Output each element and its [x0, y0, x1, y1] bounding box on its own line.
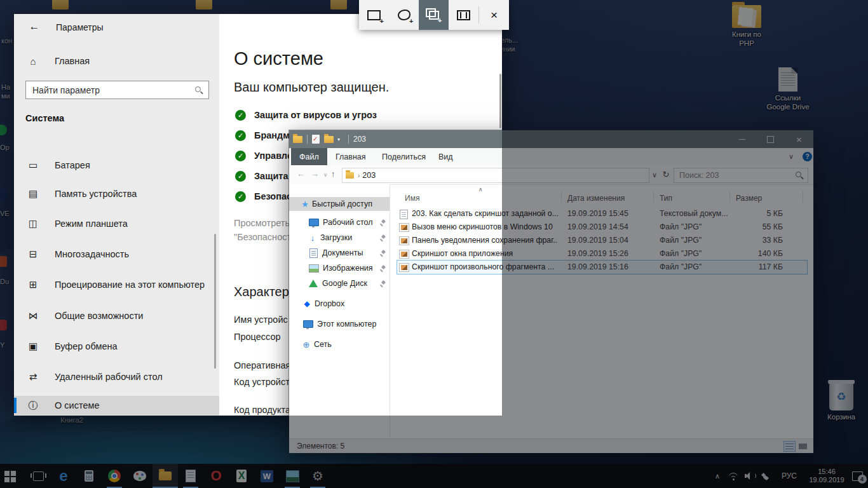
- action-center-button[interactable]: 4: [849, 464, 865, 488]
- nav-quick-access[interactable]: ★ Быстрый доступ: [289, 197, 390, 211]
- file-row[interactable]: Вызов меню скриншотов в Windows 10 19.09…: [397, 220, 807, 234]
- ribbon-collapse-chevron-icon[interactable]: ∨: [789, 152, 794, 161]
- taskbar-opera[interactable]: O: [203, 464, 229, 488]
- nav-network[interactable]: ⊕ Сеть: [289, 337, 390, 351]
- sidebar-item-about[interactable]: ⓘО системе: [14, 396, 219, 415]
- content-scrollbar[interactable]: [499, 74, 501, 128]
- sidebar-item-projecting[interactable]: ⊞Проецирование на этот компьютер: [14, 275, 219, 294]
- security-link-text[interactable]: Просмотреть: [234, 218, 290, 228]
- column-header-name[interactable]: Имя: [405, 194, 419, 203]
- file-row[interactable]: Скриншот окна приложения 19.09.2019 15:2…: [397, 247, 807, 261]
- folder-icon[interactable]: [52, 0, 69, 10]
- taskbar-word[interactable]: W: [254, 464, 280, 488]
- desktop-icon-label-excel-book[interactable]: Книга2: [60, 416, 83, 424]
- sidebar-item-storage[interactable]: ▤Память устройства: [14, 184, 219, 203]
- folder-icon[interactable]: [330, 0, 347, 10]
- sidebar-item-tablet-mode[interactable]: ◫Режим планшета: [14, 214, 219, 233]
- nav-downloads[interactable]: ↓ Загрузки: [289, 231, 390, 245]
- close-button[interactable]: ×: [785, 130, 813, 148]
- tab-view[interactable]: Вид: [430, 148, 461, 165]
- new-folder-quick-access-icon[interactable]: [324, 136, 334, 143]
- app-icon[interactable]: [0, 256, 7, 267]
- explorer-search-input[interactable]: [674, 171, 795, 180]
- sidebar-item-battery[interactable]: ▭Батарея: [14, 156, 219, 175]
- nav-pictures[interactable]: Изображения: [289, 261, 390, 275]
- nav-desktop[interactable]: Рабочий стол: [289, 215, 390, 229]
- taskbar-explorer[interactable]: [153, 464, 178, 488]
- wifi-icon[interactable]: [726, 464, 741, 488]
- file-row[interactable]: 203. Как сделать скриншот заданной о... …: [397, 207, 807, 220]
- nav-dropbox[interactable]: ◆ Dropbox: [289, 297, 390, 311]
- address-bar[interactable]: › 203: [342, 168, 649, 183]
- nav-documents[interactable]: Документы: [289, 246, 390, 260]
- start-button[interactable]: [0, 464, 25, 488]
- folder-icon[interactable]: [196, 0, 212, 10]
- tray-date: 19.09.2019: [809, 476, 844, 484]
- sidebar-item-remote-desktop[interactable]: ⇄Удаленный рабочий стол: [14, 367, 219, 386]
- sidebar-item-shared-experiences[interactable]: ⋈Общие возможности: [14, 306, 219, 325]
- sort-ascending-chevron-icon[interactable]: ∧: [478, 186, 483, 193]
- taskbar-settings[interactable]: ⚙: [305, 464, 330, 488]
- taskbar-edge[interactable]: e: [51, 464, 76, 488]
- up-nav-icon[interactable]: ↑: [331, 169, 336, 179]
- taskbar-paint[interactable]: [127, 464, 153, 488]
- breadcrumb[interactable]: 203: [362, 171, 376, 180]
- help-icon[interactable]: [803, 152, 812, 161]
- app-icon[interactable]: [0, 125, 7, 135]
- window-snip-button-selected[interactable]: [419, 0, 449, 30]
- security-link-text[interactable]: "Безопасност: [234, 232, 291, 242]
- customize-toolbar-chevron-icon[interactable]: ▾: [337, 137, 340, 142]
- column-header-date[interactable]: Дата изменения: [567, 194, 625, 203]
- sidebar-item-home[interactable]: ⌂ Главная: [14, 51, 219, 71]
- back-nav-icon[interactable]: ←: [297, 169, 305, 179]
- taskbar-notepad[interactable]: [178, 464, 203, 488]
- taskbar-calculator[interactable]: [76, 464, 102, 488]
- freeform-snip-button[interactable]: [389, 0, 419, 30]
- taskbar-photos[interactable]: [280, 464, 305, 488]
- dropbox-tray-icon[interactable]: [759, 464, 774, 488]
- refresh-icon[interactable]: ↻: [660, 168, 672, 182]
- nav-google-drive[interactable]: Google Диск: [289, 276, 390, 290]
- app-icon[interactable]: [0, 189, 7, 200]
- excel-icon: X: [236, 470, 247, 482]
- settings-search-input[interactable]: [26, 85, 194, 95]
- taskbar-excel[interactable]: X: [229, 464, 254, 488]
- settings-search-box[interactable]: [25, 81, 209, 99]
- back-arrow-icon[interactable]: ←: [25, 18, 43, 36]
- recent-locations-chevron-icon[interactable]: ∨: [323, 172, 328, 178]
- file-row-selected[interactable]: Скриншот произвольного фрагмента ... 19.…: [397, 261, 807, 274]
- tab-file[interactable]: Файл: [291, 148, 327, 165]
- sidebar-item-clipboard[interactable]: ▣Буфер обмена: [14, 337, 219, 356]
- pane-splitter[interactable]: [390, 184, 390, 438]
- fullscreen-snip-button[interactable]: [449, 0, 478, 30]
- minimize-button[interactable]: [728, 130, 756, 148]
- rectangular-snip-button[interactable]: [359, 0, 389, 30]
- app-icon[interactable]: [0, 320, 7, 330]
- desktop-icon-books-php[interactable]: Книги поPHP: [721, 5, 772, 48]
- task-view-button[interactable]: [25, 464, 51, 488]
- forward-nav-icon[interactable]: →: [311, 169, 319, 179]
- sidebar-item-multitasking[interactable]: ⊟Многозадачность: [14, 245, 219, 264]
- desktop-icon-recycle-bin[interactable]: ♻ Корзина: [822, 383, 860, 421]
- green-check-icon: [235, 110, 246, 121]
- taskbar-chrome[interactable]: [102, 464, 127, 488]
- tray-hidden-icons-chevron[interactable]: ∧: [710, 464, 724, 488]
- nav-this-pc[interactable]: Этот компьютер: [289, 317, 390, 331]
- close-snip-button[interactable]: ×: [479, 0, 509, 30]
- details-view-button[interactable]: [783, 441, 796, 452]
- maximize-button[interactable]: [756, 130, 785, 148]
- language-indicator[interactable]: РУС: [776, 464, 802, 488]
- sidebar-scrollbar[interactable]: [214, 234, 216, 369]
- column-header-type[interactable]: Тип: [660, 194, 672, 203]
- column-header-size[interactable]: Размер: [736, 194, 762, 203]
- address-dropdown-icon[interactable]: ∨: [649, 168, 660, 182]
- volume-icon[interactable]: [742, 464, 757, 488]
- tab-home[interactable]: Главная: [327, 148, 374, 165]
- tab-share[interactable]: Поделиться: [374, 148, 434, 165]
- file-row[interactable]: Панель уведомления сохранения фраг... 19…: [397, 234, 807, 247]
- properties-quick-access-icon[interactable]: [312, 135, 320, 144]
- search-box[interactable]: [674, 168, 808, 183]
- thumbnails-view-button[interactable]: [797, 441, 809, 452]
- clock[interactable]: 15:4619.09.2019: [802, 464, 851, 488]
- desktop-icon-google-drive-links[interactable]: СсылкиGoogle Drive: [759, 67, 817, 111]
